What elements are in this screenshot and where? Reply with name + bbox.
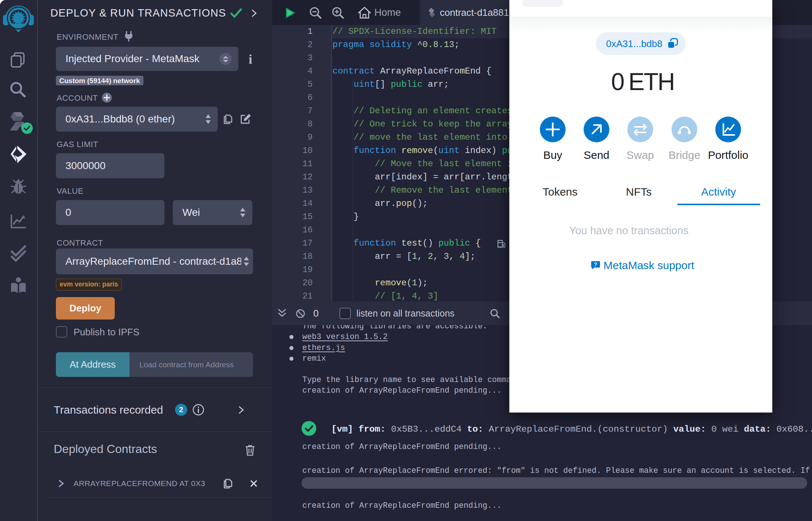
svg-text:?: ? [594, 261, 597, 267]
